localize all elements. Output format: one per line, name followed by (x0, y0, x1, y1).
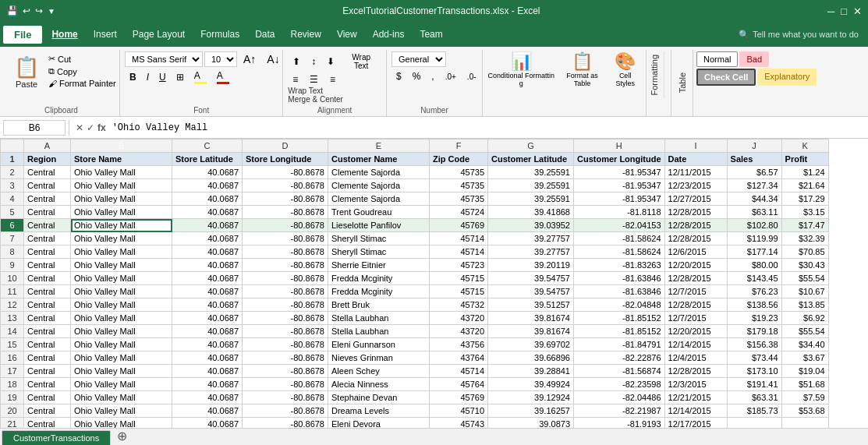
cell-i18[interactable]: 12/3/2015 (664, 378, 727, 391)
cell-g14[interactable]: 39.81674 (488, 325, 574, 338)
cell-d19[interactable]: -80.8678 (243, 391, 328, 404)
cell-k7[interactable]: $32.39 (781, 232, 828, 245)
menu-formulas[interactable]: Formulas (193, 26, 247, 43)
cell-g9[interactable]: 39.20119 (488, 259, 574, 272)
cell-k10[interactable]: $55.54 (781, 272, 828, 285)
cell-d16[interactable]: -80.8678 (243, 351, 328, 365)
cell-c3[interactable]: 40.0687 (172, 179, 243, 192)
cell-k11[interactable]: $10.67 (781, 285, 828, 298)
align-left-btn[interactable]: ≡ (288, 72, 303, 87)
cell-c19[interactable]: 40.0687 (172, 391, 243, 404)
cell-f4[interactable]: 45735 (430, 192, 488, 206)
cell-d21[interactable]: -80.8678 (243, 418, 328, 429)
cell-e10[interactable]: Fredda Mcginity (328, 272, 430, 285)
menu-data[interactable]: Data (247, 26, 282, 43)
cell-k19[interactable]: $7.59 (781, 391, 828, 404)
cell-e13[interactable]: Stella Laubhan (328, 312, 430, 325)
cell-a20[interactable]: Central (24, 404, 71, 418)
cell-j18[interactable]: $191.41 (727, 378, 781, 391)
cell-i13[interactable]: 12/7/2015 (664, 312, 727, 325)
cell-a9[interactable]: Central (24, 259, 71, 272)
comma-btn[interactable]: , (427, 69, 438, 83)
cell-b8[interactable]: Ohio Valley Mall (71, 245, 172, 259)
cell-e6[interactable]: Lieselotte Panfilov (328, 219, 430, 232)
cancel-formula-icon[interactable]: ✕ (76, 122, 83, 133)
check-cell-style-btn[interactable]: Check Cell (696, 69, 756, 86)
col-header-j[interactable]: J (727, 140, 781, 153)
cell-e20[interactable]: Dreama Levels (328, 404, 430, 418)
add-sheet-btn[interactable]: ⊕ (111, 427, 133, 445)
cell-d8[interactable]: -80.8678 (243, 245, 328, 259)
cell-j13[interactable]: $19.23 (727, 312, 781, 325)
spreadsheet-container[interactable]: A B C D E F G H I J K 1 Region (0, 139, 868, 428)
cell-j20[interactable]: $185.73 (727, 404, 781, 418)
menu-insert[interactable]: Insert (86, 26, 125, 43)
font-size-select[interactable]: 10 (204, 51, 237, 67)
menu-page-layout[interactable]: Page Layout (125, 26, 193, 43)
menu-file[interactable]: File (3, 26, 42, 44)
cell-f13[interactable]: 43720 (430, 312, 488, 325)
redo-icon[interactable]: ↪ (35, 5, 43, 16)
cell-f14[interactable]: 43720 (430, 325, 488, 338)
cell-f17[interactable]: 45714 (430, 365, 488, 378)
cell-j7[interactable]: $119.99 (727, 232, 781, 245)
cell-e21[interactable]: Eleni Devora (328, 418, 430, 429)
cell-i21[interactable]: 12/17/2015 (664, 418, 727, 429)
cell-i15[interactable]: 12/14/2015 (664, 338, 727, 351)
cell-e16[interactable]: Nieves Grinman (328, 351, 430, 365)
cell-g18[interactable]: 39.49924 (488, 378, 574, 391)
cell-h17[interactable]: -81.56874 (574, 365, 665, 378)
normal-style-btn[interactable]: Normal (696, 51, 738, 67)
cell-i2[interactable]: 12/11/2015 (664, 166, 727, 179)
cell-h19[interactable]: -82.04486 (574, 391, 665, 404)
cell-b12[interactable]: Ohio Valley Mall (71, 298, 172, 312)
cell-i3[interactable]: 12/23/2015 (664, 179, 727, 192)
percent-btn[interactable]: % (408, 69, 426, 83)
cell-j2[interactable]: $6.57 (727, 166, 781, 179)
cell-k6[interactable]: $17.47 (781, 219, 828, 232)
cell-h1[interactable]: Customer Longitude (574, 153, 665, 166)
cell-i19[interactable]: 12/21/2015 (664, 391, 727, 404)
cell-h3[interactable]: -81.95347 (574, 179, 665, 192)
cell-h21[interactable]: -81.9193 (574, 418, 665, 429)
cell-c15[interactable]: 40.0687 (172, 338, 243, 351)
cell-i14[interactable]: 12/20/2015 (664, 325, 727, 338)
cell-e17[interactable]: Aleen Schey (328, 365, 430, 378)
cell-e5[interactable]: Trent Goudreau (328, 206, 430, 219)
confirm-formula-icon[interactable]: ✓ (87, 122, 94, 133)
bad-style-btn[interactable]: Bad (739, 51, 769, 67)
fill-color-btn[interactable]: A (190, 69, 211, 86)
cell-e12[interactable]: Brett Bruk (328, 298, 430, 312)
cell-c21[interactable]: 40.0687 (172, 418, 243, 429)
cell-d6[interactable]: -80.8678 (243, 219, 328, 232)
cell-a19[interactable]: Central (24, 391, 71, 404)
cell-k16[interactable]: $3.67 (781, 351, 828, 365)
cell-i1[interactable]: Date (664, 153, 727, 166)
search-hint[interactable]: Tell me what you want to do (753, 30, 859, 39)
cell-e1[interactable]: Customer Name (328, 153, 430, 166)
cell-k15[interactable]: $34.40 (781, 338, 828, 351)
cell-b21[interactable]: Ohio Valley Mall (71, 418, 172, 429)
cell-k14[interactable]: $55.54 (781, 325, 828, 338)
cell-f15[interactable]: 43756 (430, 338, 488, 351)
cell-g8[interactable]: 39.27757 (488, 245, 574, 259)
conditional-formatting-btn[interactable]: 📊 Conditional Formatting (487, 51, 555, 87)
cell-b5[interactable]: Ohio Valley Mall (71, 206, 172, 219)
cell-e11[interactable]: Fredda Mcginity (328, 285, 430, 298)
cell-g7[interactable]: 39.27757 (488, 232, 574, 245)
cell-d2[interactable]: -80.8678 (243, 166, 328, 179)
cell-c11[interactable]: 40.0687 (172, 285, 243, 298)
cell-h15[interactable]: -81.84791 (574, 338, 665, 351)
formula-input[interactable] (109, 122, 865, 133)
cell-a8[interactable]: Central (24, 245, 71, 259)
format-as-table-btn[interactable]: 📋 Format as Table (558, 51, 607, 87)
cell-a15[interactable]: Central (24, 338, 71, 351)
cell-a5[interactable]: Central (24, 206, 71, 219)
cell-b15[interactable]: Ohio Valley Mall (71, 338, 172, 351)
cell-i9[interactable]: 12/20/2015 (664, 259, 727, 272)
quick-access-more[interactable]: ▼ (48, 7, 55, 16)
undo-icon[interactable]: ↩ (23, 5, 30, 16)
cell-d10[interactable]: -80.8678 (243, 272, 328, 285)
cell-e2[interactable]: Clemente Sajorda (328, 166, 430, 179)
cell-a1[interactable]: Region (24, 153, 71, 166)
